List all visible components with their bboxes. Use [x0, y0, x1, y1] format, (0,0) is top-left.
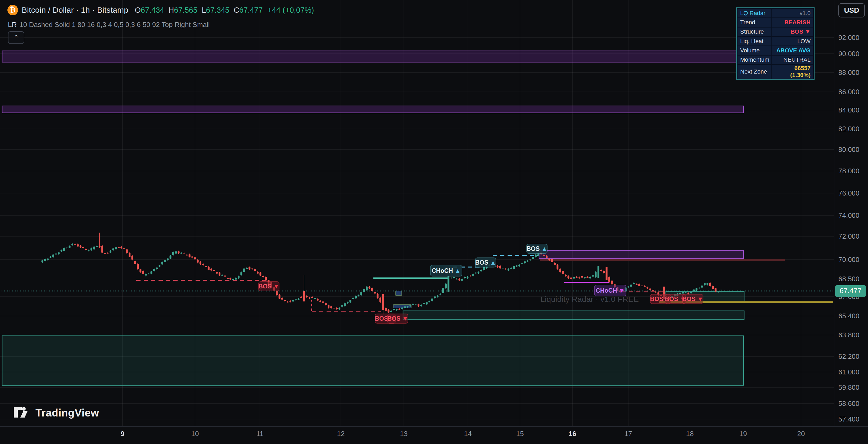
panel-row-trend: Trend BEARISH	[738, 18, 813, 27]
volume-value: ABOVE AVG	[772, 46, 813, 55]
trend-label: Trend	[738, 18, 771, 27]
price-tick-label: 80.000	[838, 146, 860, 154]
next-zone-value: 66557 (1.36%)	[772, 65, 813, 78]
price-tick-label: 90.000	[838, 50, 860, 58]
tradingview-logo[interactable]: TradingView	[14, 406, 99, 419]
collapse-legend-button[interactable]: ⌃	[8, 31, 24, 44]
marker-label: BOS ▲	[475, 259, 496, 266]
low-value: L67.345	[202, 6, 229, 14]
time-tick-label: 15	[516, 430, 524, 438]
time-tick-label: 19	[739, 430, 747, 438]
tradingview-logo-icon	[14, 406, 31, 419]
price-tick-label: 59.800	[838, 383, 860, 391]
tradingview-chart-window: CHoCH ▲BOS ▲BOS ▲BOS ▼BOS ▼BOS ▼BOS ▼BOS…	[0, 0, 868, 444]
lq-radar-panel: LQ Radar v1.0 Trend BEARISH Structure BO…	[736, 7, 814, 80]
marker-label: CHoCH ▲	[432, 267, 461, 274]
price-tick-label: 92.000	[838, 34, 860, 41]
purple-zone	[2, 51, 744, 62]
price-tick-label: 86.000	[838, 88, 860, 96]
price-tick-label: 72.000	[838, 232, 860, 240]
time-tick-label: 14	[464, 430, 472, 438]
price-tick-label: 78.000	[838, 167, 860, 175]
high-value: H67.565	[168, 6, 197, 14]
momentum-value: NEUTRAL	[772, 56, 813, 64]
open-value: O67.434	[135, 6, 164, 14]
time-tick-label: 13	[400, 430, 408, 438]
time-tick-label: 11	[256, 430, 264, 438]
panel-row-momentum: Momentum NEUTRAL	[738, 56, 813, 64]
teal-zone	[2, 336, 744, 385]
time-tick-label: 16	[569, 430, 577, 438]
marker-label: BOS ▼	[258, 283, 279, 290]
price-tick-label: 76.000	[838, 189, 860, 197]
time-tick-label: 20	[797, 430, 805, 438]
price-tick-label: 88.000	[838, 68, 860, 76]
symbol-header: ₿ Bitcoin / Dollar · 1h · Bitstamp O67.4…	[7, 5, 314, 15]
panel-row-next-zone: Next Zone 66557 (1.36%)	[738, 65, 813, 78]
panel-row-liq-heat: Liq. Heat LOW	[738, 37, 813, 45]
indicator-params: 10 Dashed Solid 1 80 16 0,3 4 0,5 0,3 6 …	[19, 21, 210, 29]
volume-label: Volume	[738, 46, 771, 55]
time-tick-label: 12	[337, 430, 345, 438]
time-tick-label: 17	[624, 430, 632, 438]
panel-row-header: LQ Radar v1.0	[738, 9, 813, 18]
price-tick-label: 62.200	[838, 352, 860, 360]
price-tick-label: 58.600	[838, 400, 860, 408]
indicator-watermark: Liquidity Radar · v1.0 FREE	[540, 295, 639, 304]
marker-label: BOS ▼	[682, 295, 704, 303]
panel-row-structure: Structure BOS ▼	[738, 28, 813, 36]
purple-zone	[539, 250, 744, 258]
liq-heat-value: LOW	[772, 37, 813, 45]
price-tick-label: 84.000	[838, 106, 860, 114]
symbol-title[interactable]: Bitcoin / Dollar · 1h · Bitstamp	[22, 5, 128, 14]
close-value: C67.477	[234, 6, 263, 14]
liq-heat-label: Liq. Heat	[738, 37, 771, 45]
bitcoin-icon: ₿	[7, 5, 18, 15]
price-tick-label: 82.000	[838, 125, 860, 133]
time-tick-label: 18	[686, 430, 694, 438]
purple-zone	[2, 106, 744, 113]
momentum-label: Momentum	[738, 56, 771, 64]
marker-label: CHoCH ▼	[596, 287, 625, 294]
price-tick-label: 57.400	[838, 415, 860, 423]
current-price-badge: 67.477	[835, 285, 866, 297]
price-tick-label: 65.400	[838, 312, 860, 320]
ohlc-values: O67.434 H67.565 L67.345 C67.477	[135, 6, 262, 14]
marker-label: BOS ▲	[527, 245, 548, 252]
structure-value: BOS ▼	[772, 28, 813, 36]
panel-title: LQ Radar	[738, 9, 771, 18]
time-tick-label: 9	[121, 430, 124, 438]
panel-version: v1.0	[772, 9, 813, 18]
price-tick-label: 68.500	[838, 275, 860, 283]
currency-toggle-button[interactable]: USD	[838, 3, 865, 18]
time-tick-label: 10	[191, 430, 199, 438]
price-tick-label: 74.000	[838, 212, 860, 219]
teal-zone	[403, 311, 744, 319]
trend-value: BEARISH	[772, 18, 813, 27]
price-tick-label: 61.000	[838, 368, 860, 376]
fvg-box	[396, 291, 402, 295]
marker-label: BOS ▼	[388, 315, 408, 322]
indicator-legend[interactable]: LR10 Dashed Solid 1 80 16 0,3 4 0,5 0,3 …	[8, 21, 210, 29]
tradingview-logo-text: TradingView	[35, 407, 99, 419]
chevron-up-icon: ⌃	[13, 34, 19, 41]
price-tick-label: 63.800	[838, 331, 860, 339]
indicator-name: LR	[8, 21, 17, 29]
panel-row-volume: Volume ABOVE AVG	[738, 46, 813, 55]
structure-label: Structure	[738, 28, 771, 36]
price-tick-label: 70.000	[838, 256, 860, 263]
change-value: +44 (+0,07%)	[268, 6, 314, 14]
next-zone-label: Next Zone	[738, 65, 771, 78]
fvg-layer	[393, 291, 411, 308]
